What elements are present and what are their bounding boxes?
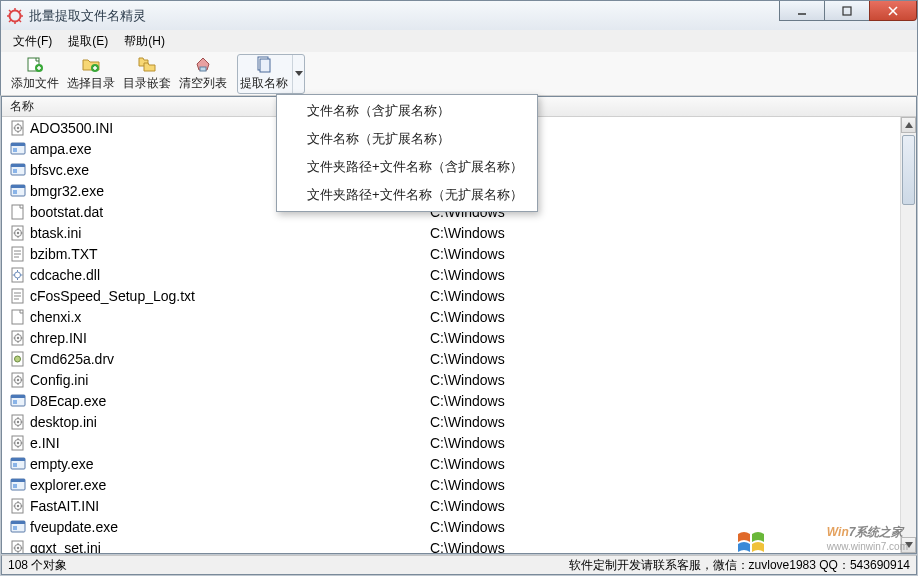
file-path: C:\Windows [430, 267, 505, 283]
file-icon [10, 267, 26, 283]
file-path: C:\Windows [430, 330, 505, 346]
table-row[interactable]: bzibm.TXTC:\Windows [2, 243, 900, 264]
watermark-brand1: Win [827, 525, 849, 539]
file-name: e.INI [30, 435, 430, 451]
table-row[interactable]: cdcache.dllC:\Windows [2, 264, 900, 285]
table-row[interactable]: btask.iniC:\Windows [2, 222, 900, 243]
file-icon [10, 204, 26, 220]
status-count: 108 个对象 [8, 557, 67, 574]
dropdown-item-filename-noext[interactable]: 文件名称（无扩展名称） [279, 125, 535, 153]
file-icon [10, 309, 26, 325]
file-icon [10, 330, 26, 346]
file-path: C:\Windows [430, 435, 505, 451]
table-row[interactable]: FastAIT.INIC:\Windows [2, 495, 900, 516]
svg-rect-38 [13, 190, 17, 194]
table-row[interactable]: D8Ecap.exeC:\Windows [2, 390, 900, 411]
svg-rect-75 [11, 395, 25, 398]
extract-name-dropdown: 文件名称（含扩展名称） 文件名称（无扩展名称） 文件夹路径+文件名称（含扩展名称… [276, 94, 538, 212]
file-path: C:\Windows [430, 393, 505, 409]
watermark: Win7系统之家 www.winwin7.com [827, 522, 908, 552]
svg-rect-92 [11, 458, 25, 461]
table-row[interactable]: explorer.exeC:\Windows [2, 474, 900, 495]
file-name: fveupdate.exe [30, 519, 430, 535]
svg-point-42 [17, 231, 19, 233]
dropdown-item-path-filename-noext[interactable]: 文件夹路径+文件名称（无扩展名称） [279, 181, 535, 209]
file-path: C:\Windows [430, 372, 505, 388]
scroll-up-button[interactable] [901, 117, 916, 133]
titlebar: 批量提取文件名精灵 [0, 0, 918, 30]
add-files-button[interactable]: 添加文件 [7, 54, 63, 94]
table-row[interactable]: Config.iniC:\Windows [2, 369, 900, 390]
dropdown-item-path-filename-ext[interactable]: 文件夹路径+文件名称（含扩展名称） [279, 153, 535, 181]
file-path: C:\Windows [430, 309, 505, 325]
menu-extract[interactable]: 提取(E) [60, 31, 116, 52]
file-icon [10, 372, 26, 388]
file-name: gqxt_set.ini [30, 540, 430, 554]
file-icon [10, 414, 26, 430]
extract-name-label: 提取名称 [240, 75, 288, 92]
file-name: FastAIT.INI [30, 498, 430, 514]
svg-rect-105 [11, 521, 25, 524]
file-name: cFosSpeed_Setup_Log.txt [30, 288, 430, 304]
extract-name-button[interactable]: 提取名称 [237, 54, 305, 94]
svg-point-99 [17, 504, 19, 506]
svg-point-86 [17, 441, 19, 443]
svg-rect-95 [11, 479, 25, 482]
file-path: C:\Windows [430, 225, 505, 241]
dropdown-item-filename-ext[interactable]: 文件名称（含扩展名称） [279, 97, 535, 125]
column-name: 名称 [10, 98, 34, 115]
svg-point-66 [15, 356, 21, 362]
table-row[interactable]: Cmd625a.drvC:\Windows [2, 348, 900, 369]
statusbar: 108 个对象 软件定制开发请联系客服，微信：zuvlove1983 QQ：54… [1, 555, 917, 575]
svg-rect-37 [11, 185, 25, 188]
maximize-button[interactable] [824, 1, 870, 21]
file-path: C:\Windows [430, 477, 505, 493]
file-icon [10, 183, 26, 199]
status-contact: 软件定制开发请联系客服，微信：zuvlove1983 QQ：543690914 [569, 557, 910, 574]
file-icon [10, 540, 26, 554]
svg-rect-22 [260, 59, 270, 72]
file-name: explorer.exe [30, 477, 430, 493]
svg-point-109 [17, 546, 19, 548]
table-row[interactable]: desktop.iniC:\Windows [2, 411, 900, 432]
menubar: 文件(F) 提取(E) 帮助(H) [0, 30, 918, 52]
menu-help[interactable]: 帮助(H) [116, 31, 173, 52]
table-row[interactable]: chenxi.xC:\Windows [2, 306, 900, 327]
file-icon [10, 456, 26, 472]
clear-list-button[interactable]: 清空列表 [175, 54, 231, 94]
svg-rect-93 [13, 463, 17, 467]
minimize-button[interactable] [779, 1, 825, 21]
table-row[interactable]: e.INIC:\Windows [2, 432, 900, 453]
file-icon [10, 120, 26, 136]
svg-line-7 [19, 10, 21, 12]
app-icon [7, 8, 23, 24]
svg-rect-20 [200, 67, 206, 71]
table-row[interactable]: cFosSpeed_Setup_Log.txtC:\Windows [2, 285, 900, 306]
table-row[interactable]: chrep.INIC:\Windows [2, 327, 900, 348]
table-row[interactable]: empty.exeC:\Windows [2, 453, 900, 474]
nested-dir-button[interactable]: 目录嵌套 [119, 54, 175, 94]
file-name: empty.exe [30, 456, 430, 472]
svg-rect-10 [843, 7, 851, 15]
file-icon [10, 351, 26, 367]
scroll-thumb[interactable] [902, 135, 915, 205]
extract-name-caret[interactable] [292, 55, 304, 93]
svg-rect-35 [13, 169, 17, 173]
file-name: chrep.INI [30, 330, 430, 346]
select-dir-button[interactable]: 选择目录 [63, 54, 119, 94]
menu-file[interactable]: 文件(F) [5, 31, 60, 52]
file-name: btask.ini [30, 225, 430, 241]
file-path: C:\Windows [430, 498, 505, 514]
svg-rect-76 [13, 400, 17, 404]
file-path: C:\Windows [430, 414, 505, 430]
svg-rect-32 [13, 148, 17, 152]
svg-point-0 [10, 10, 21, 21]
file-icon [10, 162, 26, 178]
file-icon [10, 435, 26, 451]
vertical-scrollbar[interactable] [900, 117, 916, 553]
clear-list-label: 清空列表 [179, 75, 227, 92]
file-path: C:\Windows [430, 351, 505, 367]
windows-logo-icon [736, 530, 768, 554]
close-button[interactable] [869, 1, 917, 21]
file-icon [10, 246, 26, 262]
